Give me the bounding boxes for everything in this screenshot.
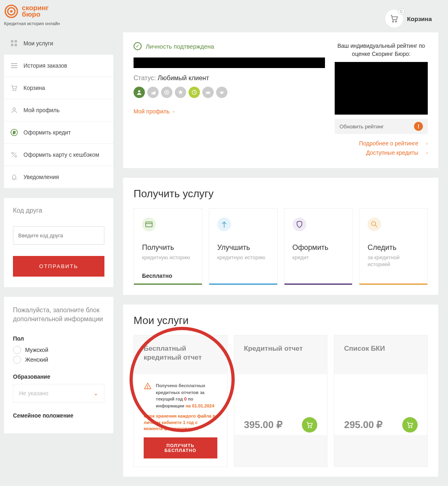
gender-female-radio[interactable]: Женский (13, 356, 104, 364)
redacted-name (134, 58, 325, 68)
service-get-credit[interactable]: Оформить кредит (284, 208, 353, 285)
svg-point-3 (393, 21, 394, 22)
verified-text: Личность подтверждена (146, 43, 214, 50)
service-title: Получить (142, 243, 194, 252)
credit-report-price: 395.00 ₽ (244, 419, 282, 431)
alert-icon: ! (414, 122, 423, 131)
radio-icon (13, 356, 21, 364)
rating-title: Ваш индивидуальный рейтинг по оценке Ско… (335, 42, 428, 58)
free-report-title: Бесплатный кредитный отчет (134, 335, 227, 374)
nav-notifications[interactable]: Уведомления (4, 166, 113, 188)
extra-info-card: Пожалуйста, заполните блок дополнительно… (4, 297, 113, 433)
cart-icon (306, 421, 313, 428)
gender-label: Пол (13, 335, 104, 342)
friend-code-submit[interactable]: ОТПРАВИТЬ (13, 256, 104, 277)
logo-text-2: бюро (22, 11, 49, 18)
percent-icon (11, 151, 18, 158)
svg-point-32 (409, 427, 410, 428)
get-free-button[interactable]: ПОЛУЧИТЬ БЕСПЛАТНО (144, 437, 217, 458)
nav-label: История заказов (23, 62, 67, 69)
cart-icon (390, 14, 399, 23)
available-credits-link[interactable]: Доступные кредиты › (366, 149, 428, 156)
cart-icon (11, 84, 18, 92)
badge-clock-icon (189, 87, 200, 98)
header-cart[interactable]: 0 Корзина (385, 10, 432, 28)
logo[interactable]: скоринг бюро Кредитная история онлайн (4, 4, 60, 26)
badge-user-icon (134, 87, 145, 98)
svg-rect-7 (11, 44, 13, 46)
rating-more-link[interactable]: Подробнее о рейтинге › (359, 140, 428, 147)
svg-point-13 (15, 90, 16, 91)
nav-label: Оформить карту с кешбэком (23, 151, 99, 158)
warning-icon (144, 382, 152, 390)
card-icon (142, 217, 156, 231)
nav-cashback-card[interactable]: Оформить карту с кешбэком (4, 144, 113, 166)
nav-my-services[interactable]: Мои услуги (4, 32, 113, 55)
nav-order-history[interactable]: История заказов (4, 55, 113, 77)
verified-status: ✓ Личность подтверждена (134, 42, 325, 50)
chevron-right-icon: › (426, 150, 428, 155)
svg-point-18 (12, 152, 13, 154)
my-services-heading: Мои услуги (134, 314, 428, 327)
service-title: Следить (367, 243, 419, 252)
svg-point-22 (166, 92, 168, 93)
svg-point-4 (395, 21, 397, 22)
svg-text:₽: ₽ (13, 130, 16, 135)
service-title: Оформить (293, 243, 344, 252)
free-report-card: Бесплатный кредитный отчет Получено бесп… (134, 335, 227, 467)
gender-male-radio[interactable]: Мужской (13, 346, 104, 354)
svg-rect-5 (11, 40, 13, 43)
add-to-cart-button[interactable] (302, 417, 317, 433)
services-heading: Получить услугу (134, 188, 428, 200)
nav-label: Оформить кредит (23, 129, 71, 136)
logo-tagline: Кредитная история онлайн (4, 21, 60, 26)
service-improve-history[interactable]: Улучшить кредитную историю (209, 208, 278, 285)
add-to-cart-button[interactable] (402, 417, 418, 433)
badge-star-icon (175, 87, 186, 98)
nav-label: Уведомления (23, 174, 59, 180)
svg-point-31 (311, 427, 312, 428)
radio-icon (13, 346, 21, 354)
service-monitor-history[interactable]: Следить за кредитной историей (359, 208, 428, 285)
grid-icon (11, 40, 18, 47)
cart-icon (406, 421, 414, 428)
service-sub: за кредитной историей (367, 254, 419, 268)
nav-label: Корзина (23, 85, 45, 91)
svg-point-14 (13, 108, 15, 110)
svg-point-33 (411, 427, 412, 428)
my-profile-link[interactable]: Мой профиль› (134, 108, 174, 115)
svg-point-29 (148, 388, 148, 388)
user-icon (11, 107, 18, 114)
arrow-up-icon (217, 217, 231, 231)
friend-code-card: Код друга ОТПРАВИТЬ (4, 198, 113, 287)
nav-label: Мой профиль (23, 107, 59, 113)
badge-handshake-icon (216, 87, 227, 98)
service-sub: кредитную историю (142, 254, 194, 261)
svg-point-26 (372, 222, 376, 226)
services-panel: Получить услугу Получить кредитную истор… (123, 178, 438, 295)
svg-line-17 (12, 153, 16, 157)
status-badges (134, 87, 325, 98)
chevron-right-icon: › (173, 109, 174, 114)
education-value: Не указано (19, 390, 49, 396)
magnifier-icon (367, 217, 381, 231)
nav-profile[interactable]: Мой профиль (4, 99, 113, 122)
nav-cart[interactable]: Корзина (4, 77, 113, 99)
svg-rect-24 (146, 222, 152, 227)
service-sub: кредит (293, 254, 344, 261)
storage-notice: Срок хранения каждого файла в личном каб… (144, 413, 217, 432)
bki-list-card: Список БКИ 295.00 ₽ (334, 335, 428, 467)
bell-icon (11, 173, 18, 181)
update-rating-button[interactable]: Обновить рейтинг ! (335, 119, 428, 134)
sidebar-nav: Мои услуги История заказов Корзина Мой п… (4, 32, 113, 188)
profile-panel: ✓ Личность подтверждена Статус: Любимый … (123, 32, 438, 168)
service-get-history[interactable]: Получить кредитную историю Бесплатно (134, 208, 202, 285)
svg-point-20 (138, 90, 140, 92)
credit-report-title: Кредитный отчет (234, 335, 327, 374)
badge-thumb-icon (147, 87, 159, 98)
friend-code-input[interactable] (13, 226, 104, 245)
education-select[interactable]: Не указано ⌄ (13, 384, 104, 403)
cart-count-badge: 0 (398, 8, 405, 15)
friend-code-title: Код друга (13, 207, 104, 214)
nav-get-credit[interactable]: ₽ Оформить кредит (4, 122, 113, 144)
